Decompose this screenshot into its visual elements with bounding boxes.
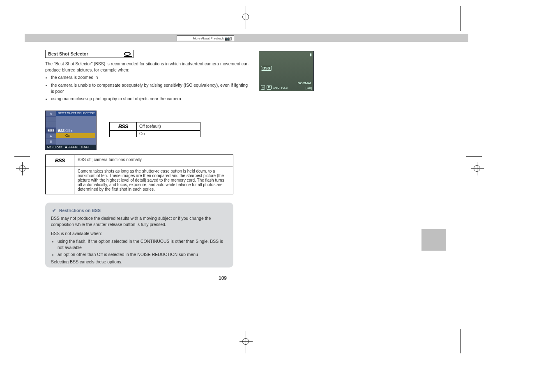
table-row: BSS Off (default)	[110, 122, 200, 131]
camera-lcd-preview: ▮ BSS NORMAL [ 15] ± P 1/60 F2.6	[259, 51, 314, 91]
caution-bullet: using the flash. If the option selected …	[58, 238, 228, 251]
caution-para: BSS may not produce the desired results …	[51, 215, 228, 228]
menu-footer-item: ◆ SELECT	[65, 145, 79, 149]
register-circle-icon	[242, 14, 249, 20]
caution-title: Restrictions on BSS	[59, 208, 101, 214]
crop-mark	[33, 6, 33, 31]
breadcrumb-label: More About Playback	[193, 37, 224, 40]
register-circle-icon	[19, 165, 25, 172]
crop-mark	[466, 156, 482, 157]
crop-mark	[33, 329, 33, 353]
table-row: BSS BSS off; camera functions normally.	[46, 155, 233, 166]
option-icon-cell: BSS	[110, 122, 137, 131]
desc-icon-cell	[46, 166, 74, 194]
menu-left-cell: S	[46, 139, 56, 145]
desc-icon-cell: BSS	[46, 155, 74, 166]
caution-box: ✔ Restrictions on BSS BSS may not produc…	[45, 203, 233, 267]
intro-bullet: the camera is zoomed in	[51, 74, 251, 81]
option-label: On	[137, 131, 200, 137]
caution-title-row: ✔ Restrictions on BSS	[51, 208, 228, 214]
lcd-aperture: F2.6	[281, 86, 288, 90]
intro-text: The "Best Shot Selector" (BSS) is recomm…	[45, 61, 251, 104]
warning-icon: ✔	[51, 208, 57, 214]
register-circle-icon	[474, 165, 480, 172]
page-number: 109	[219, 275, 227, 281]
desc-text: BSS off; camera functions normally.	[74, 155, 233, 166]
section-heading: Best Shot Selector	[45, 50, 134, 58]
options-table: BSS Off (default) On	[109, 122, 200, 137]
page-banner	[25, 34, 468, 42]
intro-lead: The "Best Shot Selector" (BSS) is recomm…	[45, 61, 251, 73]
menu-footer: MENU OFF ◆ SELECT ▷ SET	[46, 145, 96, 150]
menu-footer-item: ▷ SET	[81, 145, 90, 149]
menu-title: BEST SHOT SELECTOR	[56, 111, 96, 116]
menu-left-cell	[46, 122, 56, 128]
lcd-shutter: 1/60	[273, 86, 280, 90]
crop-mark	[460, 6, 461, 31]
menu-options: BSS Off ▸ On	[56, 117, 95, 138]
bss-badge: BSS	[261, 66, 272, 71]
lcd-exp-icon: ±	[261, 85, 265, 90]
bss-icon: BSS	[55, 157, 65, 164]
register-circle-icon	[242, 338, 249, 345]
lcd-bottom-row: ± P 1/60 F2.6	[261, 85, 312, 90]
caution-para: BSS is not available when:	[51, 231, 228, 237]
bss-icon: BSS	[58, 129, 64, 133]
intro-bullet: using macro close-up photography to shoo…	[51, 96, 251, 102]
battery-icon: ▮	[310, 53, 312, 57]
lcd-quality: NORMAL	[298, 81, 312, 85]
menu-left-col: A BSS A S	[46, 111, 56, 145]
description-table: BSS BSS off; camera functions normally. …	[45, 154, 233, 194]
disc-icon	[124, 52, 131, 56]
desc-text: Camera takes shots as long as the shutte…	[74, 166, 233, 194]
crop-mark	[14, 156, 30, 157]
menu-left-cell: BSS	[46, 128, 56, 134]
option-label: Off (default)	[137, 122, 200, 131]
menu-left-cell: A	[46, 134, 56, 139]
table-row: On	[110, 131, 200, 137]
thumb-tab	[421, 229, 446, 251]
option-icon-cell	[110, 131, 137, 137]
table-row: Camera takes shots as long as the shutte…	[46, 166, 233, 194]
crop-mark	[460, 329, 461, 353]
menu-option-selected: On	[56, 133, 95, 138]
menu-footer-item: MENU OFF	[47, 146, 62, 149]
intro-bullet: the camera is unable to compensate adequ…	[51, 82, 251, 94]
menu-left-cell	[46, 117, 56, 122]
menu-screenshot: BEST SHOT SELECTOR 1 2 A BSS A S BSS Off…	[45, 111, 97, 150]
bss-icon: BSS	[118, 123, 128, 129]
camera-icon: 📷▯	[225, 36, 232, 41]
menu-option: BSS Off ▸	[56, 128, 95, 133]
caution-para: Selecting BSS cancels these options.	[51, 259, 228, 265]
lcd-mode: P	[267, 85, 271, 90]
caution-bullet: an option other than Off is selected in …	[58, 251, 228, 258]
menu-left-cell: A	[46, 111, 56, 117]
breadcrumb: More About Playback 📷▯	[177, 35, 234, 41]
section-title: Best Shot Selector	[48, 51, 88, 56]
